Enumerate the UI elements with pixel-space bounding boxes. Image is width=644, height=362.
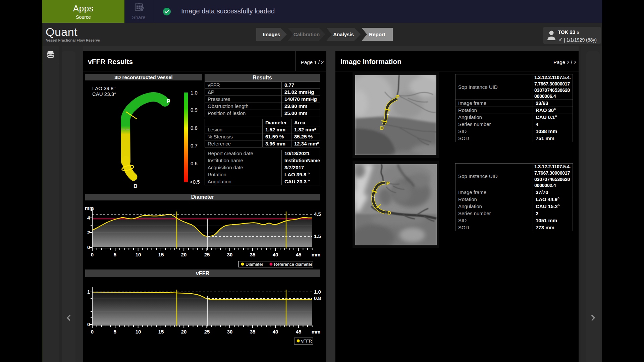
svg-text:D: D	[387, 210, 391, 216]
svg-text:10: 10	[136, 252, 141, 257]
svg-text:0: 0	[91, 252, 94, 257]
svg-text:0.8: 0.8	[191, 125, 198, 131]
svg-text:5: 5	[114, 329, 116, 335]
svg-text:35: 35	[250, 329, 256, 335]
svg-text:2: 2	[87, 230, 90, 235]
svg-text:vFFR: vFFR	[301, 339, 312, 344]
svg-text:15: 15	[158, 329, 164, 335]
svg-text:P: P	[167, 99, 170, 104]
svg-text:35: 35	[250, 252, 256, 257]
svg-text:25: 25	[204, 329, 210, 335]
svg-text:1.0: 1.0	[191, 90, 198, 96]
svg-text:mm: mm	[312, 252, 321, 257]
svg-text:40: 40	[273, 252, 278, 257]
svg-text:0: 0	[87, 321, 90, 327]
svg-text:4.5: 4.5	[314, 211, 321, 217]
svg-text:25: 25	[204, 252, 210, 257]
svg-text:<0.5: <0.5	[190, 179, 200, 185]
svg-text:P: P	[386, 180, 390, 186]
svg-text:5: 5	[114, 252, 116, 257]
svg-text:0.9: 0.9	[191, 107, 198, 113]
svg-text:45: 45	[296, 252, 302, 257]
svg-text:Reference diameter: Reference diameter	[274, 262, 313, 267]
svg-text:0.8: 0.8	[314, 295, 321, 301]
svg-text:0.6: 0.6	[191, 161, 198, 166]
svg-text:P: P	[396, 94, 399, 100]
svg-text:D: D	[133, 183, 138, 189]
svg-text:30: 30	[227, 252, 233, 257]
svg-text:D: D	[380, 125, 384, 131]
svg-text:45: 45	[296, 329, 302, 335]
svg-text:0.7: 0.7	[191, 143, 198, 148]
svg-text:20: 20	[181, 252, 187, 257]
svg-text:30: 30	[227, 329, 233, 335]
svg-text:Diameter: Diameter	[246, 262, 263, 267]
svg-text:1.5: 1.5	[314, 233, 321, 239]
svg-text:10: 10	[136, 329, 141, 335]
svg-text:mm: mm	[312, 329, 321, 335]
svg-text:40: 40	[273, 329, 278, 335]
svg-text:15: 15	[158, 252, 164, 257]
svg-text:20: 20	[181, 329, 187, 335]
svg-text:0: 0	[91, 329, 94, 335]
svg-text:1: 1	[87, 289, 90, 295]
svg-text:1.0: 1.0	[314, 289, 321, 295]
svg-text:0: 0	[87, 244, 90, 250]
svg-text:mm: mm	[85, 205, 94, 211]
svg-text:4: 4	[87, 215, 90, 221]
